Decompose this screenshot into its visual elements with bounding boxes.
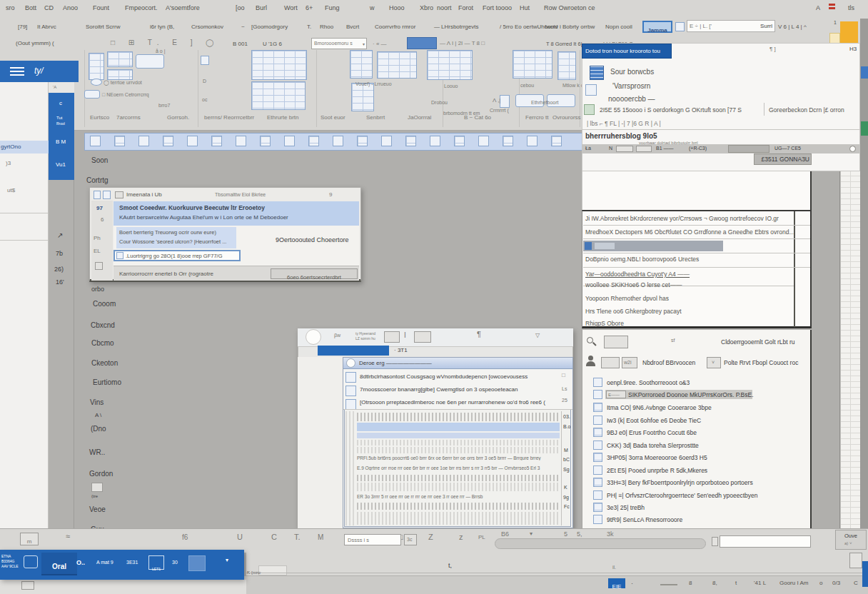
- rail-glyph[interactable]: 7b: [56, 250, 63, 257]
- menu-item[interactable]: PH| ≡| OrfvszrCteroohrgoerrtece' 5en'eed…: [607, 492, 758, 499]
- quickbar-icon[interactable]: [527, 136, 538, 146]
- dialog-rail-icon[interactable]: [345, 386, 356, 396]
- chevron-icon[interactable]: ▽: [535, 332, 540, 338]
- toolbar-icon[interactable]: T.: [294, 533, 301, 541]
- ribbon-icon[interactable]: [350, 50, 373, 79]
- banner-grid-icon[interactable]: [24, 555, 38, 568]
- menu-item[interactable]: noort: [437, 4, 452, 11]
- dialog-rail-icon[interactable]: [345, 399, 356, 410]
- quickbar-icon[interactable]: [90, 136, 101, 146]
- quickbar-icon[interactable]: [478, 136, 489, 146]
- ribbon-tab[interactable]: It Abrvc: [37, 24, 56, 30]
- band-item[interactable]: Ła: [585, 146, 591, 151]
- rail-item[interactable]: EL: [94, 248, 101, 254]
- dialog-tab-label[interactable]: Imeenata i Ub: [126, 191, 162, 198]
- ribbon-tab[interactable]: [79]: [18, 24, 27, 30]
- preview-row[interactable]: [357, 413, 560, 421]
- quickbar-icon[interactable]: [284, 136, 295, 146]
- menu-item-icon[interactable]: [593, 441, 602, 450]
- quickbar-icon[interactable]: [187, 136, 198, 146]
- menu-item[interactable]: Fount: [93, 4, 109, 11]
- menu-item[interactable]: A'soemtfore: [166, 4, 200, 11]
- quickbar-icon[interactable]: [114, 136, 125, 146]
- menu-item[interactable]: A: [816, 4, 820, 11]
- rail-glyph[interactable]: 16': [56, 278, 64, 286]
- status-item[interactable]: Gooru I Am: [779, 580, 808, 586]
- edge-tab-blue[interactable]: [861, 66, 868, 79]
- quickbar-icon[interactable]: [211, 136, 222, 146]
- ribbon-tab[interactable]: Soroitrt Scrrw: [86, 24, 120, 30]
- toolbar-item[interactable]: B 001: [233, 41, 248, 47]
- banner-item[interactable]: O..: [76, 559, 85, 566]
- menu-item[interactable]: Forot: [458, 4, 473, 11]
- ouve-button[interactable]: Ouve a) ˅: [835, 530, 867, 550]
- menu-item[interactable]: Itma CO| 9N6.Avbnge Cooeraroe 3bpe: [607, 404, 712, 411]
- table-selected-band[interactable]: [583, 241, 723, 251]
- table-row[interactable]: MredhoeX Dectopers M6 ObcRlutet CO Grrdf…: [585, 228, 795, 236]
- preview-text-row[interactable]: PRFl.5ub brt6rrs poocrrt6 oe0 brrr 6rx o…: [357, 455, 560, 460]
- panel-long-row[interactable]: 2I5E 55 15oooo i S oerdorkogn G OKrtuft …: [600, 106, 742, 114]
- band-item[interactable]: B1 ——: [656, 146, 674, 151]
- band-chip[interactable]: [616, 146, 633, 152]
- notification-icon[interactable]: [829, 4, 835, 6]
- panel-long-row-right[interactable]: Goreerbeckon Dcrn |£ orron: [769, 106, 844, 114]
- preview-row[interactable]: [357, 475, 560, 481]
- ribbon-icon[interactable]: [136, 54, 164, 69]
- copy-icon[interactable]: □: [562, 372, 565, 378]
- preview-row[interactable]: [357, 512, 560, 525]
- band-chip[interactable]: [636, 146, 652, 152]
- banner-chart-icon[interactable]: LET1: [148, 555, 164, 570]
- panel-row-icon[interactable]: [584, 104, 595, 115]
- nav-rail-item[interactable]: c: [59, 100, 62, 106]
- quickbar-icon[interactable]: [163, 136, 173, 146]
- menu-item[interactable]: [oo: [236, 4, 245, 11]
- toolbar-icon[interactable]: z: [459, 533, 463, 541]
- panel-icons-row[interactable]: | lbs ⌐ ¶ FL | -| 7 |6 G R | A |: [587, 120, 661, 127]
- close-icon[interactable]: 9: [329, 191, 332, 198]
- window-icon[interactable]: I: [404, 331, 406, 339]
- menu-item[interactable]: w: [370, 4, 375, 11]
- highlighted-option[interactable]: .Luortrigrrg go 28O(1 8)ooe rrep GF77/G: [113, 250, 241, 261]
- toolbar-icon[interactable]: ≈: [66, 532, 70, 540]
- menu-item[interactable]: Fmpeocort.: [125, 4, 158, 11]
- list-item-icon[interactable]: [91, 483, 103, 492]
- toolbar-icon[interactable]: 5,: [577, 530, 582, 538]
- ribbon-icon[interactable]: [513, 50, 552, 79]
- table-row[interactable]: Hrs Tlene oo6 Ghkergbotrey pacayt: [585, 308, 682, 315]
- banner-item[interactable]: 30: [172, 560, 178, 565]
- ribbon-icon[interactable]: [91, 79, 102, 86]
- toolbar-icon[interactable]: 3k: [607, 530, 614, 538]
- ribbon-tab[interactable]: Bvcrt: [346, 24, 359, 30]
- menu-item[interactable]: CD: [44, 4, 54, 11]
- menu-item[interactable]: Xbro: [420, 4, 433, 11]
- rail-icon[interactable]: [95, 262, 103, 270]
- active-cell-box[interactable]: £3511 GONNA3U: [754, 153, 812, 165]
- rail-glyph[interactable]: 26): [54, 266, 64, 273]
- list-item[interactable]: Cooom: [93, 300, 116, 308]
- menu-chip[interactable]: [601, 357, 620, 368]
- menu-item[interactable]: Row Owroeton ce: [544, 4, 595, 11]
- menu-header-right[interactable]: Polte Rrvt Fbopl Couoct roc: [724, 359, 798, 366]
- status-item[interactable]: t: [735, 580, 737, 586]
- panel-row[interactable]: nooooercbb —: [608, 95, 655, 103]
- sidebar-item[interactable]: ut$: [7, 187, 15, 193]
- list-item[interactable]: Cbxcnd: [91, 321, 115, 329]
- ribbon-icon[interactable]: [427, 50, 473, 80]
- refresh-icon[interactable]: [849, 146, 856, 152]
- option-row[interactable]: Cour Wossone 'seored ulcron? |Heuorrfoet…: [119, 238, 226, 245]
- ribbon-tab[interactable]: Rhoo: [320, 24, 333, 30]
- quickbar-icon[interactable]: [454, 136, 465, 146]
- toolbar-icons[interactable]: □ ⊞ T. E ] ◯: [111, 39, 220, 46]
- preview-titlebar[interactable]: βw ty Hyeenand LZ somm hu I ¶ ▽: [298, 328, 573, 347]
- quickbar-icon[interactable]: [333, 136, 343, 146]
- dialog-icon[interactable]: [94, 191, 101, 199]
- zoom-combobox[interactable]: Dssss i s: [344, 534, 401, 545]
- band-item[interactable]: UG—7 CE5: [774, 146, 801, 151]
- toolbar-item[interactable]: U '1G 6: [263, 41, 282, 47]
- menu-item[interactable]: tls: [848, 4, 854, 11]
- menu-item[interactable]: 9BJ e0| Erus Footrtho Cocutt 6be: [607, 429, 697, 436]
- ribbon-icon[interactable]: [84, 90, 100, 99]
- menu-chip[interactable]: w2i: [622, 357, 637, 368]
- window-icon[interactable]: [414, 331, 431, 343]
- band-field[interactable]: [728, 145, 769, 153]
